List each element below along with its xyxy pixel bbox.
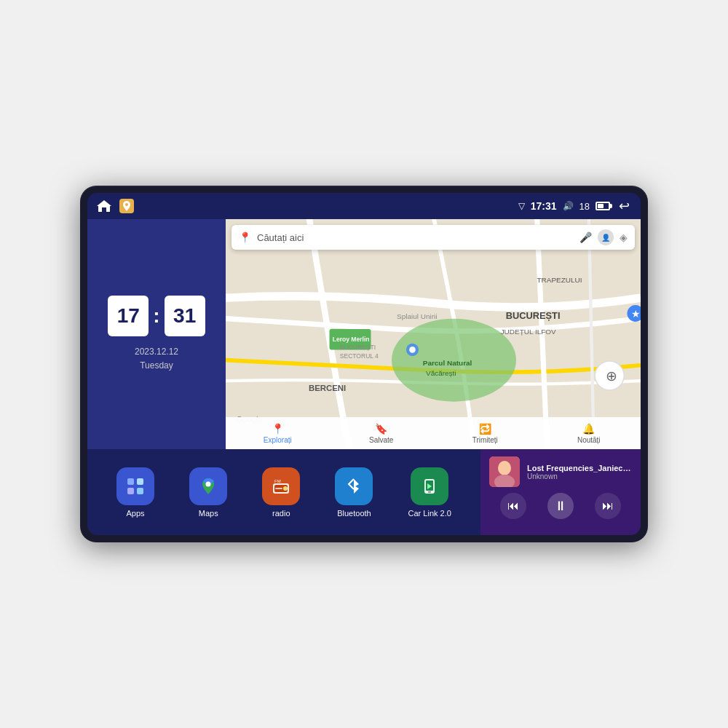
svg-point-0 [125,203,128,206]
svg-text:Leroy Merlin: Leroy Merlin [333,336,370,343]
play-pause-button[interactable]: ⏸ [547,493,574,519]
map-mic-icon[interactable]: 🎤 [579,232,592,243]
day: Tuesday [135,359,178,373]
clock-minutes: 31 [165,296,205,336]
map-nav-saved[interactable]: 🔖 Salvate [330,417,434,449]
volume-level: 18 [579,201,590,212]
svg-text:SECTORUL 4: SECTORUL 4 [340,352,379,360]
svg-text:Văcărești: Văcărești [426,369,456,377]
clock-colon: : [153,304,159,328]
map-layers-icon[interactable]: ◈ [620,232,628,243]
prev-button[interactable]: ⏮ [500,493,526,519]
map-nav-explore-label: Explorați [264,436,292,444]
app-icon-bluetooth[interactable]: Bluetooth [335,467,373,518]
clock-hours: 17 [108,296,149,336]
music-artist: Unknown [527,472,632,480]
saved-icon: 🔖 [375,423,387,435]
back-button[interactable]: ↩ [616,198,632,214]
signal-icon: ▽ [518,201,525,211]
svg-text:BUCUREȘTI: BUCUREȘTI [506,310,561,321]
svg-text:Parcul Natural: Parcul Natural [423,359,472,367]
map-search-bar[interactable]: 📍 Căutați aici 🎤 👤 ◈ [232,225,635,250]
svg-point-25 [206,481,211,486]
maps-shortcut-button[interactable] [119,199,134,213]
map-user-avatar[interactable]: 👤 [598,229,614,245]
app-icon-apps[interactable]: Apps [116,467,154,518]
svg-rect-24 [137,488,143,494]
app-icon-radio[interactable]: FM radio [262,467,300,518]
svg-text:FM: FM [274,479,281,483]
map-nav-news[interactable]: 🔔 Noutăți [537,417,641,449]
svg-text:Splaiul Unirii: Splaiul Unirii [397,312,437,320]
svg-rect-29 [275,488,282,489]
music-title: Lost Frequencies_Janieck Devy-... [527,464,632,472]
svg-text:⊕: ⊕ [606,368,617,384]
map-pin-icon: 📍 [239,232,251,243]
svg-text:TRAPEZULUI: TRAPEZULUI [537,276,582,284]
car-head-unit: ▽ 17:31 🔊 18 ↩ 17 : 31 [80,186,648,542]
music-player: Lost Frequencies_Janieck Devy-... Unknow… [480,449,641,535]
music-text: Lost Frequencies_Janieck Devy-... Unknow… [527,464,632,480]
status-left [96,199,134,213]
status-bar: ▽ 17:31 🔊 18 ↩ [87,193,641,219]
svg-point-28 [283,486,288,491]
svg-rect-21 [127,478,134,485]
map-nav-news-label: Noutăți [577,436,601,444]
map-search-text: Căutați aici [257,232,574,243]
carlink-label: Car Link 2.0 [408,509,451,518]
svg-point-16 [409,347,416,353]
date: 2023.12.12 [135,345,178,359]
music-controls: ⏮ ⏸ ⏭ [489,493,632,519]
svg-rect-33 [428,491,431,493]
svg-rect-23 [127,488,134,494]
svg-text:★: ★ [631,308,641,320]
music-thumbnail [489,456,520,487]
next-button[interactable]: ⏭ [595,493,621,519]
main-content: 17 : 31 2023.12.12 Tuesday [87,219,641,535]
news-icon: 🔔 [582,423,595,435]
clock-panel: 17 : 31 2023.12.12 Tuesday [87,219,226,449]
radio-label: radio [272,509,290,518]
map-nav-saved-label: Salvate [369,436,393,444]
map-panel[interactable]: Parcul Natural Văcărești Leroy Merlin BU… [226,219,641,449]
bottom-section: Apps Maps [87,449,641,535]
svg-rect-22 [137,478,143,485]
music-info: Lost Frequencies_Janieck Devy-... Unknow… [489,456,632,487]
date-info: 2023.12.12 Tuesday [135,345,178,373]
app-icon-maps[interactable]: Maps [189,467,227,518]
home-button[interactable] [96,199,112,213]
map-nav-explore[interactable]: 📍 Explorați [226,417,330,449]
bluetooth-label: Bluetooth [337,509,371,518]
clock-display: 17 : 31 [108,296,205,336]
svg-text:JUDEȚUL ILFOV: JUDEȚUL ILFOV [501,328,556,336]
app-icon-carlink[interactable]: Car Link 2.0 [408,467,451,518]
svg-text:BERCENI: BERCENI [309,384,346,392]
status-right: ▽ 17:31 🔊 18 ↩ [518,198,632,214]
status-time: 17:31 [531,200,557,212]
apps-section: Apps Maps [87,449,480,535]
volume-icon: 🔊 [563,201,574,211]
map-bottom-nav: 📍 Explorați 🔖 Salvate 🔁 Trimiteți � [226,417,641,449]
share-icon: 🔁 [479,423,491,435]
top-section: 17 : 31 2023.12.12 Tuesday [87,219,641,449]
explore-icon: 📍 [272,423,284,435]
apps-label: Apps [127,509,145,518]
screen: ▽ 17:31 🔊 18 ↩ 17 : 31 [87,193,641,535]
map-nav-share-label: Trimiteți [472,436,498,444]
battery-icon [596,202,610,210]
maps-label: Maps [199,509,218,518]
svg-text:BUCUREȘTI: BUCUREȘTI [340,344,376,351]
map-nav-share[interactable]: 🔁 Trimiteți [433,417,537,449]
